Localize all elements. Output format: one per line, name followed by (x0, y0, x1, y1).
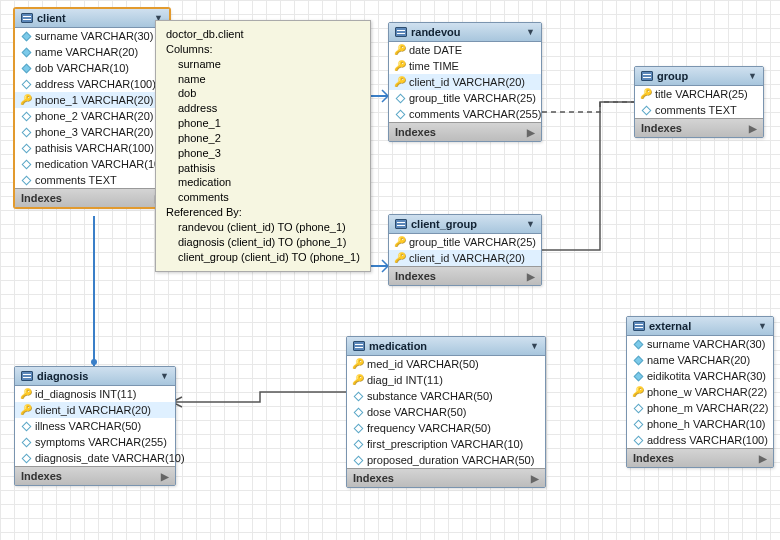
indexes-section[interactable]: Indexes▶ (347, 468, 545, 487)
indexes-section[interactable]: Indexes▶ (627, 448, 773, 467)
table-title: client_group (411, 218, 522, 230)
indexes-section[interactable]: Indexes▶ (389, 122, 541, 141)
tooltip-referenced-label: Referenced By: (166, 205, 360, 220)
svg-point-0 (91, 359, 97, 365)
indexes-section[interactable]: Indexes▶ (635, 118, 763, 137)
col: phone_3 VARCHAR(20) (15, 124, 169, 140)
table-client-group[interactable]: client_group▼ 🔑group_title VARCHAR(25) 🔑… (388, 214, 542, 286)
col: dob VARCHAR(10) (15, 60, 169, 76)
table-medication[interactable]: medication▼ 🔑med_id VARCHAR(50) 🔑diag_id… (346, 336, 546, 488)
collapse-icon[interactable]: ▼ (748, 71, 757, 81)
col: name VARCHAR(20) (15, 44, 169, 60)
key-icon: 🔑 (395, 45, 405, 55)
table-randevou[interactable]: randevou▼ 🔑date DATE 🔑time TIME 🔑client_… (388, 22, 542, 142)
table-diagnosis[interactable]: diagnosis▼ 🔑id_diagnosis INT(11) 🔑client… (14, 366, 176, 486)
fk-icon: 🔑 (395, 253, 405, 263)
col: pathisis VARCHAR(100) (15, 140, 169, 156)
collapse-icon[interactable]: ▼ (160, 371, 169, 381)
collapse-icon[interactable]: ▼ (526, 219, 535, 229)
table-icon (353, 341, 365, 351)
table-icon (641, 71, 653, 81)
table-icon (21, 371, 33, 381)
fk-icon: 🔑 (21, 405, 31, 415)
fk-icon: 🔑 (353, 359, 363, 369)
table-icon (395, 219, 407, 229)
table-title: medication (369, 340, 526, 352)
col-pk: 🔑phone_1 VARCHAR(20) (15, 92, 169, 108)
key-icon: 🔑 (641, 89, 651, 99)
collapse-icon[interactable]: ▼ (526, 27, 535, 37)
table-header[interactable]: client ▼ (15, 9, 169, 28)
table-icon (633, 321, 645, 331)
columns: surname VARCHAR(30) name VARCHAR(20) dob… (15, 28, 169, 188)
col: medication VARCHAR(100) (15, 156, 169, 172)
indexes-section[interactable]: Indexes▶ (15, 466, 175, 485)
key-icon: 🔑 (395, 61, 405, 71)
table-title: diagnosis (37, 370, 156, 382)
table-icon (395, 27, 407, 37)
indexes-section[interactable]: Indexes▶ (15, 188, 169, 207)
col: comments TEXT (15, 172, 169, 188)
table-tooltip: doctor_db.client Columns: surname name d… (155, 20, 371, 272)
key-icon: 🔑 (395, 77, 405, 87)
table-external[interactable]: external▼ surname VARCHAR(30) name VARCH… (626, 316, 774, 468)
table-title: external (649, 320, 754, 332)
fk-icon: 🔑 (353, 375, 363, 385)
fk-icon: 🔑 (395, 237, 405, 247)
col: address VARCHAR(100) (15, 76, 169, 92)
table-title: group (657, 70, 744, 82)
table-icon (21, 13, 33, 23)
key-icon: 🔑 (21, 95, 31, 105)
tooltip-title: doctor_db.client (166, 27, 360, 42)
tooltip-columns-label: Columns: (166, 42, 360, 57)
col: surname VARCHAR(30) (15, 28, 169, 44)
table-title: client (37, 12, 150, 24)
table-group[interactable]: group▼ 🔑title VARCHAR(25) comments TEXT … (634, 66, 764, 138)
collapse-icon[interactable]: ▼ (758, 321, 767, 331)
indexes-section[interactable]: Indexes▶ (389, 266, 541, 285)
table-client[interactable]: client ▼ surname VARCHAR(30) name VARCHA… (14, 8, 170, 208)
key-icon: 🔑 (21, 389, 31, 399)
collapse-icon[interactable]: ▼ (530, 341, 539, 351)
table-title: randevou (411, 26, 522, 38)
key-icon: 🔑 (633, 387, 643, 397)
col: phone_2 VARCHAR(20) (15, 108, 169, 124)
